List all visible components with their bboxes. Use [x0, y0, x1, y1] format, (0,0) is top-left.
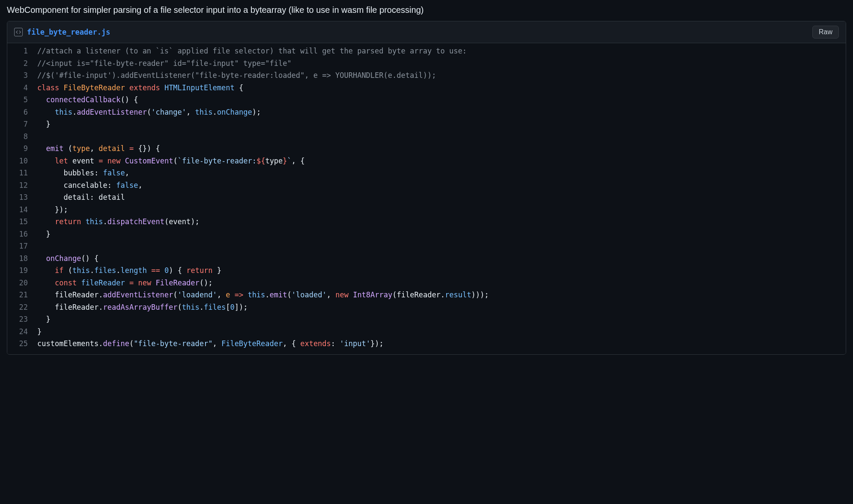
code-line: 6 this.addEventListener('change', this.o…	[7, 106, 846, 119]
code-line: 2//<input is="file-byte-reader" id="file…	[7, 57, 846, 70]
code-line: 8	[7, 130, 846, 143]
line-content[interactable]: }	[37, 118, 846, 130]
line-number[interactable]: 11	[7, 167, 37, 179]
code-line: 22 fileReader.readAsArrayBuffer(this.fil…	[7, 301, 846, 314]
code-body[interactable]: 1//attach a listener (to an `is` applied…	[7, 43, 846, 354]
line-number[interactable]: 18	[7, 252, 37, 265]
code-icon	[14, 28, 23, 36]
code-line: 17	[7, 240, 846, 252]
line-content[interactable]: class FileByteReader extends HTMLInputEl…	[37, 82, 846, 94]
line-number[interactable]: 5	[7, 94, 37, 106]
code-line: 14 });	[7, 204, 846, 216]
line-number[interactable]: 4	[7, 82, 37, 94]
line-content[interactable]: cancelable: false,	[37, 179, 846, 192]
line-content[interactable]: bubbles: false,	[37, 167, 846, 179]
line-number[interactable]: 8	[7, 130, 37, 143]
line-content[interactable]: });	[37, 204, 846, 216]
line-number[interactable]: 22	[7, 301, 37, 314]
line-content[interactable]: }	[37, 313, 846, 326]
line-number[interactable]: 9	[7, 142, 37, 155]
code-line: 5 connectedCallback() {	[7, 94, 846, 106]
line-number[interactable]: 6	[7, 106, 37, 119]
code-line: 10 let event = new CustomEvent(`file-byt…	[7, 155, 846, 167]
line-number[interactable]: 20	[7, 277, 37, 289]
line-content[interactable]: onChange() {	[37, 252, 846, 265]
line-number[interactable]: 12	[7, 179, 37, 192]
code-line: 15 return this.dispatchEvent(event);	[7, 216, 846, 228]
code-line: 12 cancelable: false,	[7, 179, 846, 192]
code-line: 7 }	[7, 118, 846, 130]
line-number[interactable]: 25	[7, 338, 37, 350]
raw-button[interactable]: Raw	[812, 26, 839, 39]
line-number[interactable]: 15	[7, 216, 37, 228]
line-number[interactable]: 7	[7, 118, 37, 130]
line-content[interactable]: if (this.files.length == 0) { return }	[37, 264, 846, 277]
line-number[interactable]: 13	[7, 191, 37, 204]
line-content[interactable]: fileReader.addEventListener('loadend', e…	[37, 289, 846, 301]
line-content[interactable]: }	[37, 228, 846, 240]
line-content[interactable]: const fileReader = new FileReader();	[37, 277, 846, 289]
code-line: 13 detail: detail	[7, 191, 846, 204]
line-number[interactable]: 16	[7, 228, 37, 240]
line-content[interactable]: fileReader.readAsArrayBuffer(this.files[…	[37, 301, 846, 314]
line-number[interactable]: 10	[7, 155, 37, 167]
line-number[interactable]: 14	[7, 204, 37, 216]
line-content[interactable]: //$('#file-input').addEventListener("fil…	[37, 69, 846, 82]
filename-link[interactable]: file_byte_reader.js	[27, 28, 110, 36]
code-line: 3//$('#file-input').addEventListener("fi…	[7, 69, 846, 82]
code-line: 20 const fileReader = new FileReader();	[7, 277, 846, 289]
code-line: 4class FileByteReader extends HTMLInputE…	[7, 82, 846, 94]
code-line: 16 }	[7, 228, 846, 240]
code-line: 24}	[7, 326, 846, 338]
file-header-left: file_byte_reader.js	[14, 28, 110, 36]
line-content[interactable]: detail: detail	[37, 191, 846, 204]
line-number[interactable]: 24	[7, 326, 37, 338]
line-number[interactable]: 19	[7, 264, 37, 277]
code-line: 19 if (this.files.length == 0) { return …	[7, 264, 846, 277]
line-number[interactable]: 3	[7, 69, 37, 82]
code-line: 21 fileReader.addEventListener('loadend'…	[7, 289, 846, 301]
line-content[interactable]: //attach a listener (to an `is` applied …	[37, 45, 846, 57]
line-content[interactable]: }	[37, 326, 846, 338]
line-number[interactable]: 1	[7, 45, 37, 57]
line-content[interactable]: this.addEventListener('change', this.onC…	[37, 106, 846, 119]
code-line: 1//attach a listener (to an `is` applied…	[7, 45, 846, 57]
line-content[interactable]: emit (type, detail = {}) {	[37, 142, 846, 155]
line-number[interactable]: 17	[7, 240, 37, 252]
line-content[interactable]: customElements.define("file-byte-reader"…	[37, 338, 846, 350]
gist-description: WebComponent for simpler parsing of a fi…	[7, 5, 846, 15]
line-content[interactable]: let event = new CustomEvent(`file-byte-r…	[37, 155, 846, 167]
line-content[interactable]: connectedCallback() {	[37, 94, 846, 106]
line-content[interactable]	[37, 240, 846, 252]
line-number[interactable]: 23	[7, 313, 37, 326]
code-line: 11 bubbles: false,	[7, 167, 846, 179]
line-number[interactable]: 2	[7, 57, 37, 70]
code-line: 9 emit (type, detail = {}) {	[7, 142, 846, 155]
code-line: 25customElements.define("file-byte-reade…	[7, 338, 846, 350]
line-number[interactable]: 21	[7, 289, 37, 301]
line-content[interactable]	[37, 130, 846, 143]
code-line: 18 onChange() {	[7, 252, 846, 265]
code-line: 23 }	[7, 313, 846, 326]
file-header: file_byte_reader.js Raw	[7, 21, 846, 43]
file-container: file_byte_reader.js Raw 1//attach a list…	[7, 21, 846, 355]
line-content[interactable]: return this.dispatchEvent(event);	[37, 216, 846, 228]
line-content[interactable]: //<input is="file-byte-reader" id="file-…	[37, 57, 846, 70]
